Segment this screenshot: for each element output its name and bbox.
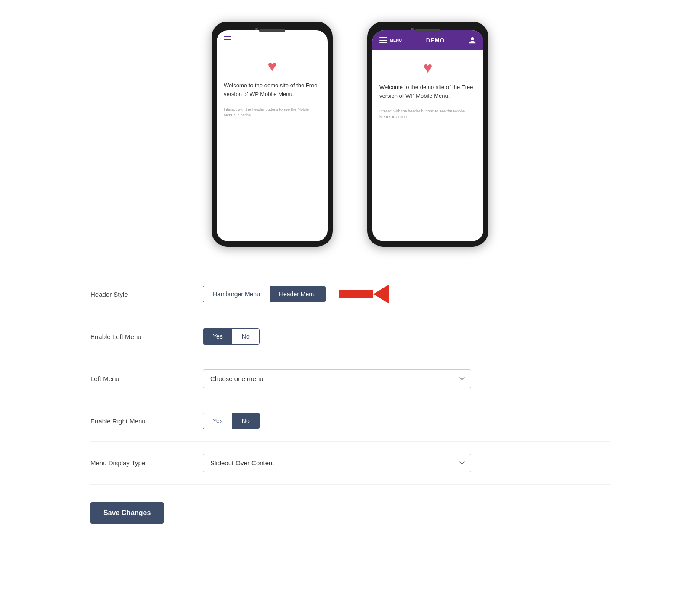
arrow-shaft: [339, 290, 373, 298]
enable-left-menu-control: Yes No: [203, 328, 610, 345]
phone-screen-right: MENU DEMO ♥ Welcome to the demo site of …: [372, 30, 483, 241]
heart-icon-left: ♥: [224, 57, 321, 75]
left-menu-control: Choose one menu: [203, 369, 610, 388]
menu-display-type-select[interactable]: Slideout Over Content Slideout Push Cont…: [203, 454, 471, 472]
phone-hamburger: ♥ Welcome to the demo site of the Free v…: [212, 22, 333, 247]
settings-form: Header Style Hamburger Menu Header Menu …: [90, 272, 610, 524]
phone-screen-left: ♥ Welcome to the demo site of the Free v…: [217, 30, 328, 241]
phone-content-right: ♥ Welcome to the demo site of the Free v…: [372, 50, 483, 241]
enable-right-menu-toggle-group: Yes No: [203, 413, 260, 429]
menu-display-type-label: Menu Display Type: [90, 459, 186, 467]
left-menu-row: Left Menu Choose one menu: [90, 357, 610, 400]
hamburger-menu-btn[interactable]: Hamburger Menu: [203, 286, 270, 302]
phone-device-left: ♥ Welcome to the demo site of the Free v…: [212, 22, 333, 247]
left-menu-label: Left Menu: [90, 375, 186, 382]
interact-text-right: Interact with the header buttons to see …: [379, 109, 476, 119]
enable-right-menu-row: Enable Right Menu Yes No: [90, 400, 610, 442]
welcome-text-left: Welcome to the demo site of the Free ver…: [224, 81, 321, 98]
phone-header-left-group: MENU: [379, 37, 402, 43]
enable-right-menu-label: Enable Right Menu: [90, 417, 186, 425]
header-style-toggle-group: Hamburger Menu Header Menu: [203, 286, 326, 302]
hamburger-menu-icon[interactable]: [224, 36, 231, 42]
demo-title: DEMO: [426, 37, 445, 44]
enable-right-menu-control: Yes No: [203, 413, 610, 429]
phone-device-right: MENU DEMO ♥ Welcome to the demo site of …: [367, 22, 488, 247]
header-menu-btn[interactable]: Header Menu: [270, 286, 325, 302]
arrow-head: [373, 285, 389, 304]
header-style-row: Header Style Hamburger Menu Header Menu: [90, 272, 610, 316]
arrow-indicator: [339, 285, 389, 304]
interact-text-left: Interact with the header buttons to see …: [224, 107, 321, 118]
enable-right-no-btn[interactable]: No: [232, 413, 259, 429]
enable-left-yes-btn[interactable]: Yes: [203, 329, 232, 344]
phone-header-hamburger: [217, 30, 328, 48]
phone-content-left: ♥ Welcome to the demo site of the Free v…: [217, 48, 328, 241]
enable-left-menu-toggle-group: Yes No: [203, 328, 260, 345]
heart-icon-right: ♥: [379, 59, 476, 77]
hamburger-icon-white[interactable]: [379, 37, 387, 43]
header-style-label: Header Style: [90, 291, 186, 298]
enable-right-yes-btn[interactable]: Yes: [203, 413, 232, 429]
enable-left-menu-row: Enable Left Menu Yes No: [90, 316, 610, 357]
header-style-control: Hamburger Menu Header Menu: [203, 285, 610, 304]
enable-left-menu-label: Enable Left Menu: [90, 333, 186, 340]
left-menu-select[interactable]: Choose one menu: [203, 369, 471, 388]
phones-preview-row: ♥ Welcome to the demo site of the Free v…: [17, 22, 683, 247]
user-icon: [469, 36, 476, 44]
welcome-text-right: Welcome to the demo site of the Free ver…: [379, 83, 476, 100]
menu-display-type-control: Slideout Over Content Slideout Push Cont…: [203, 454, 610, 472]
menu-display-type-row: Menu Display Type Slideout Over Content …: [90, 442, 610, 485]
phone-header-colored: MENU DEMO: [372, 30, 483, 50]
menu-label: MENU: [390, 38, 402, 42]
phone-header: MENU DEMO ♥ Welcome to the demo site of …: [367, 22, 488, 247]
save-changes-button[interactable]: Save Changes: [90, 502, 164, 524]
enable-left-no-btn[interactable]: No: [232, 329, 259, 344]
